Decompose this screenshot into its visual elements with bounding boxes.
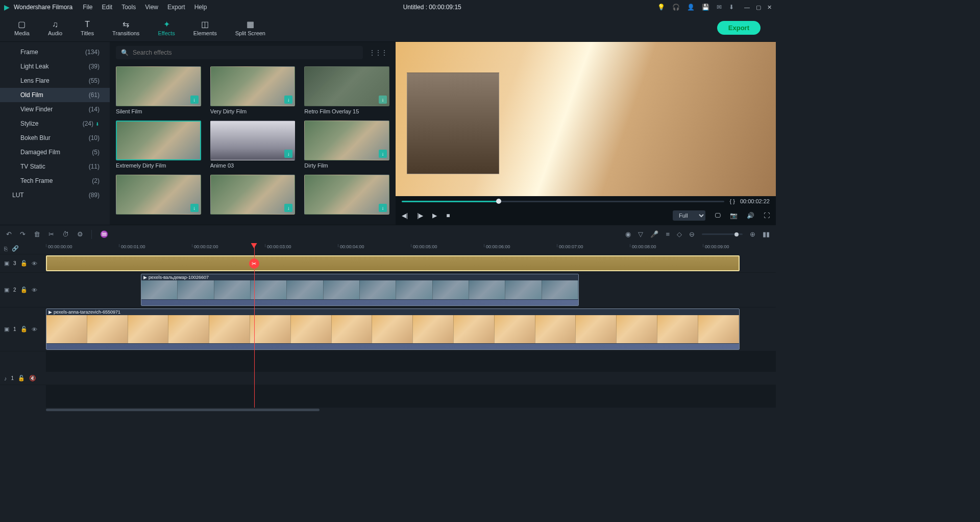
preview-panel: { } 00:00:02:22 ◀| |▶ ▶ ■ Full 🖵 📷 🔊 ⛶ <box>396 42 776 225</box>
music-icon: ♫ <box>52 20 58 29</box>
sidebar-item-frame[interactable]: Frame(134) <box>0 45 110 59</box>
download-icon: ↓ <box>379 204 387 212</box>
timeline-clip-video2[interactable]: ▶pexels-вальдемар-10026607 <box>141 274 579 306</box>
sidebar-item-stylize[interactable]: Stylize(24)⬇ <box>0 116 110 131</box>
marker-icon[interactable]: ▽ <box>638 230 643 238</box>
download-icon[interactable]: ⬇ <box>729 4 734 11</box>
menu-file[interactable]: File <box>83 4 92 11</box>
effect-card[interactable]: ↓ <box>210 175 296 217</box>
speed-icon[interactable]: ⏱ <box>62 230 69 238</box>
mail-icon[interactable]: ✉ <box>717 4 722 11</box>
preview-quality-select[interactable]: Full <box>673 210 705 221</box>
sidebar-item-damaged-film[interactable]: Damaged Film(5) <box>0 145 110 159</box>
timeline-clip-video1[interactable]: ▶pexels-anna-tarazevich-6550971 <box>46 309 740 350</box>
download-icon: ↓ <box>284 204 292 212</box>
tab-split-screen[interactable]: ▦Split Screen <box>226 17 275 38</box>
snapshot-icon[interactable]: 📷 <box>730 212 738 219</box>
tab-transitions[interactable]: ⇆Transitions <box>103 17 149 38</box>
effect-card[interactable]: ↓Retro Film Overlay 15 <box>304 66 389 114</box>
sidebar-item-old-film[interactable]: Old Film(61) <box>0 88 110 102</box>
menu-tools[interactable]: Tools <box>121 4 136 11</box>
tab-effects[interactable]: ✦Effects <box>149 17 184 38</box>
effect-card[interactable]: ↓Anime 03 <box>210 121 296 169</box>
menu-help[interactable]: Help <box>194 4 207 11</box>
fullscreen-icon[interactable]: ⛶ <box>764 212 770 219</box>
mute-icon[interactable]: 🔇 <box>29 375 36 382</box>
search-icon: 🔍 <box>121 49 129 56</box>
search-input[interactable] <box>133 49 358 56</box>
lock-icon[interactable]: 🔓 <box>20 326 28 333</box>
mixer-icon[interactable]: ≡ <box>666 230 670 238</box>
stop-icon[interactable]: ■ <box>446 212 450 219</box>
maximize-icon[interactable]: ▢ <box>756 4 761 11</box>
export-button[interactable]: Export <box>717 21 761 35</box>
zoom-out-icon[interactable]: ⊖ <box>689 230 695 238</box>
menu-export[interactable]: Export <box>167 4 185 11</box>
view-grid-icon[interactable]: ⋮⋮⋮ <box>367 47 389 58</box>
delete-icon[interactable]: 🗑 <box>34 230 40 238</box>
lock-icon[interactable]: 🔓 <box>20 260 28 267</box>
video-track-icon: ▣ <box>4 326 9 333</box>
playhead[interactable]: ✂ <box>254 243 255 408</box>
sidebar-item-bokeh-blur[interactable]: Bokeh Blur(10) <box>0 131 110 145</box>
preview-markers: { } <box>729 198 734 204</box>
tab-audio[interactable]: ♫Audio <box>39 18 71 38</box>
tab-elements[interactable]: ◫Elements <box>184 17 226 38</box>
sidebar-item-tv-static[interactable]: TV Static(11) <box>0 159 110 174</box>
next-frame-icon[interactable]: |▶ <box>417 212 423 219</box>
redo-icon[interactable]: ↷ <box>20 230 26 238</box>
render-icon[interactable]: ◉ <box>625 230 631 238</box>
timeline-clip-effect[interactable] <box>46 255 740 271</box>
link-icon[interactable]: 🔗 <box>12 245 19 252</box>
sidebar-item-view-finder[interactable]: View Finder(14) <box>0 102 110 116</box>
voiceover-icon[interactable]: 🎤 <box>650 230 658 238</box>
clip-play-icon: ▶ <box>143 275 147 280</box>
scissors-icon[interactable]: ✂ <box>249 258 259 269</box>
prev-frame-icon[interactable]: ◀| <box>402 212 408 219</box>
tab-titles[interactable]: TTitles <box>71 18 103 38</box>
effect-card[interactable]: ↓Dirty Film <box>304 121 389 169</box>
eye-icon[interactable]: 👁 <box>32 287 37 293</box>
undo-icon[interactable]: ↶ <box>6 230 12 238</box>
timeline-ruler[interactable]: 00:00:00:00 00:00:01:00 00:00:02:00 00:0… <box>46 243 776 254</box>
preview-video[interactable] <box>396 42 776 196</box>
sidebar-item-tech-frame[interactable]: Tech Frame(2) <box>0 174 110 188</box>
account-icon[interactable]: 👤 <box>687 4 695 11</box>
sidebar-item-light-leak[interactable]: Light Leak(39) <box>0 59 110 74</box>
scrub-thumb[interactable] <box>496 199 501 204</box>
tips-icon[interactable]: 💡 <box>657 4 665 11</box>
effect-card[interactable]: ↓Very Dirty Film <box>210 66 296 114</box>
tab-media[interactable]: ▢Media <box>5 17 39 38</box>
menu-edit[interactable]: Edit <box>102 4 113 11</box>
effect-card[interactable]: ↓Silent Film <box>116 66 201 114</box>
menu-view[interactable]: View <box>145 4 158 11</box>
audio-wave-icon[interactable]: ♒ <box>100 230 108 238</box>
split-icon[interactable]: ✂ <box>48 230 54 238</box>
lock-icon[interactable]: 🔓 <box>18 375 25 382</box>
timeline-view-icon[interactable]: ▮▮ <box>763 230 770 238</box>
close-icon[interactable]: ✕ <box>767 4 772 11</box>
timeline-tracks[interactable]: 00:00:00:00 00:00:01:00 00:00:02:00 00:0… <box>46 243 776 408</box>
play-icon[interactable]: ▶ <box>432 212 437 219</box>
timeline-scrollbar[interactable] <box>0 408 776 412</box>
keyframe-icon[interactable]: ◇ <box>677 230 682 238</box>
save-icon[interactable]: 💾 <box>702 4 709 11</box>
lock-icon[interactable]: 🔓 <box>20 287 28 293</box>
copy-icon[interactable]: ⎘ <box>4 246 8 252</box>
effect-card[interactable]: ↓ <box>116 175 201 217</box>
eye-icon[interactable]: 👁 <box>32 260 37 267</box>
adjust-icon[interactable]: ⚙ <box>77 230 83 238</box>
sidebar-item-lut[interactable]: LUT(89) <box>0 188 110 202</box>
effect-card[interactable]: Extremely Dirty Film <box>116 121 201 169</box>
volume-icon[interactable]: 🔊 <box>747 212 754 219</box>
effect-card[interactable]: ↓ <box>304 175 389 217</box>
zoom-slider[interactable] <box>702 233 743 235</box>
sidebar-item-lens-flare[interactable]: Lens Flare(55) <box>0 74 110 88</box>
zoom-in-icon[interactable]: ⊕ <box>750 230 755 238</box>
preview-scrubber[interactable] <box>402 201 724 202</box>
display-icon[interactable]: 🖵 <box>715 212 721 219</box>
support-icon[interactable]: 🎧 <box>672 4 680 11</box>
eye-icon[interactable]: 👁 <box>32 326 37 333</box>
minimize-icon[interactable]: — <box>744 4 750 11</box>
search-effects-box[interactable]: 🔍 <box>116 46 363 59</box>
